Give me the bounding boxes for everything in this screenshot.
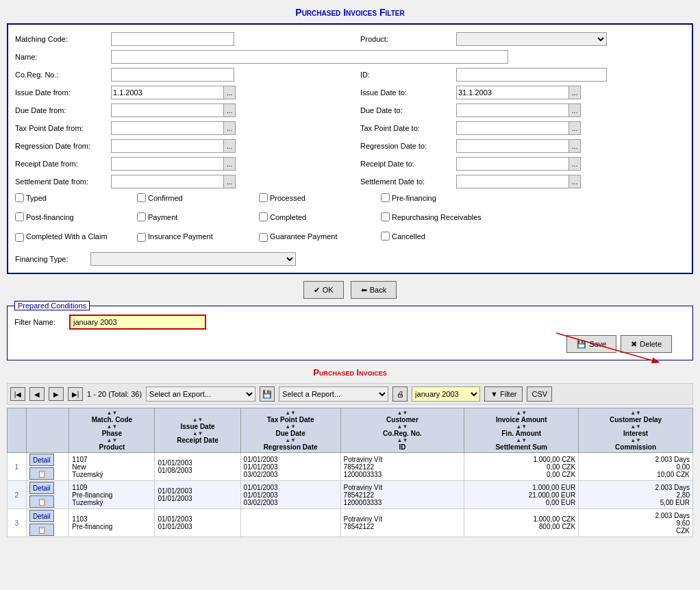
regression-to-btn[interactable]: ... <box>568 139 581 153</box>
regression-from-btn[interactable]: ... <box>223 139 236 153</box>
issue-date-from-btn[interactable]: ... <box>223 86 236 99</box>
confirmed-checkbox[interactable] <box>137 193 146 202</box>
tax-point-from-input[interactable] <box>111 121 224 135</box>
detail-button[interactable]: Detail <box>29 510 54 522</box>
guarantee-checkbox[interactable] <box>259 233 268 242</box>
next-page-btn[interactable]: ▶ <box>49 387 64 401</box>
filter-name-input[interactable] <box>69 315 206 330</box>
issue-date-to-btn[interactable]: ... <box>568 86 581 99</box>
coreg-input[interactable] <box>111 68 234 82</box>
payment-checkbox[interactable] <box>137 212 146 221</box>
matching-code-input[interactable] <box>111 32 234 46</box>
th-match-code-label: Match. Code <box>72 416 151 423</box>
settlement-from-btn[interactable]: ... <box>223 175 236 188</box>
th-taxpoint-label: Tax Point Date <box>244 416 338 423</box>
copy-button[interactable]: 📋 <box>29 495 54 508</box>
postfinancing-checkbox[interactable] <box>15 212 24 221</box>
due-date-to-label: Due Date to: <box>360 106 456 114</box>
coreg-val: 78542122 <box>344 523 462 530</box>
id-input[interactable] <box>456 68 607 82</box>
settlement-to-btn[interactable]: ... <box>568 175 581 188</box>
completed-checkbox[interactable] <box>259 212 268 221</box>
interest-val: 2,80 <box>582 491 690 499</box>
repurchasing-checkbox[interactable] <box>381 212 390 221</box>
filter-button[interactable]: ▼ Filter <box>484 386 523 402</box>
csv-button[interactable]: CSV <box>527 386 552 402</box>
back-button[interactable]: ⬅ Back <box>351 281 397 299</box>
sort-arrows-fin[interactable]: ▲▼ <box>467 423 575 430</box>
sort-arrows-cust-delay[interactable]: ▲▼ <box>582 410 690 416</box>
export-icon-btn[interactable]: 💾 <box>260 386 275 402</box>
receipt-to-btn[interactable]: ... <box>568 157 581 171</box>
due-date-to-btn[interactable]: ... <box>568 103 581 117</box>
detail-button[interactable]: Detail <box>29 482 54 494</box>
last-page-btn[interactable]: ▶| <box>68 387 83 401</box>
sort-arrows-issue[interactable]: ▲▼ <box>158 417 237 423</box>
sort-arrows-commission[interactable]: ▲▼ <box>582 437 690 443</box>
report-select[interactable]: Select a Report... <box>279 386 388 402</box>
guarantee-label: Guarantee Payment <box>270 232 337 241</box>
product-select[interactable] <box>456 32 607 46</box>
typed-checkbox[interactable] <box>15 193 24 202</box>
due-date-to-input[interactable] <box>456 103 569 117</box>
sort-arrows-regression[interactable]: ▲▼ <box>244 437 338 443</box>
cancelled-checkbox[interactable] <box>381 232 390 241</box>
sort-arrows-interest[interactable]: ▲▼ <box>582 423 690 430</box>
settlement-from-label: Settlement Date from: <box>15 177 111 186</box>
sort-arrows-phase[interactable]: ▲▼ <box>72 423 151 430</box>
customer-val: Potraviny Vít <box>344 484 462 491</box>
prefinancing-checkbox[interactable] <box>381 193 390 202</box>
tax-point-to-input[interactable] <box>456 121 569 135</box>
insurance-checkbox[interactable] <box>137 233 146 242</box>
delete-button[interactable]: ✖ Delete <box>621 335 672 353</box>
print-icon-btn[interactable]: 🖨 <box>392 386 408 402</box>
tax-point-from-btn[interactable]: ... <box>223 121 236 135</box>
completed-claim-checkbox[interactable] <box>15 233 24 242</box>
name-input[interactable] <box>111 50 508 64</box>
issue-date-to-input[interactable] <box>456 86 569 99</box>
prev-page-btn[interactable]: ◀ <box>29 387 45 401</box>
detail-button[interactable]: Detail <box>29 454 54 466</box>
sort-arrows-invoice[interactable]: ▲▼ <box>467 410 575 416</box>
issue-date-from-input[interactable] <box>111 86 224 99</box>
copy-button[interactable]: 📋 <box>29 524 54 536</box>
due-date-from-btn[interactable]: ... <box>223 103 236 117</box>
row-match-code: 1109 Pre-financing Tuzemský <box>69 481 155 509</box>
product-val: Tuzemský <box>72 499 151 506</box>
completed-claim-label: Completed With a Claim <box>26 232 108 241</box>
sort-arrows-coreg[interactable]: ▲▼ <box>344 423 462 430</box>
sort-arrows-match[interactable]: ▲▼ <box>72 410 151 416</box>
tax-point-to-btn[interactable]: ... <box>568 121 581 135</box>
due-date-from-input[interactable] <box>111 103 224 117</box>
regression-to-input[interactable] <box>456 139 569 153</box>
receipt-from-input[interactable] <box>111 157 224 171</box>
row-actions: Detail 📋 <box>26 481 69 509</box>
receipt-date-val: 01/08/2003 <box>158 467 237 474</box>
sort-arrows-settlement[interactable]: ▲▼ <box>467 437 575 443</box>
settlement-from-input[interactable] <box>111 175 224 188</box>
sort-arrows-customer[interactable]: ▲▼ <box>344 410 462 416</box>
row-tax-point <box>240 509 340 537</box>
sort-arrows-due[interactable]: ▲▼ <box>244 423 338 430</box>
ok-button[interactable]: ✔ OK <box>303 281 344 299</box>
sort-arrows-receipt[interactable]: ▲▼ <box>158 430 237 437</box>
processed-checkbox[interactable] <box>259 193 268 202</box>
sort-arrows-product[interactable]: ▲▼ <box>72 437 151 443</box>
save-button[interactable]: 💾 Save <box>566 335 616 353</box>
financing-type-select[interactable] <box>90 252 296 266</box>
sort-arrows-taxpoint[interactable]: ▲▼ <box>244 410 338 416</box>
settlement-to-input[interactable] <box>456 175 569 188</box>
receipt-from-btn[interactable]: ... <box>223 157 236 171</box>
table-row: 1 Detail 📋 1107 New Tuzemský 01/01/2003 … <box>8 453 693 481</box>
receipt-to-input[interactable] <box>456 157 569 171</box>
th-row-num <box>8 408 27 453</box>
export-select[interactable]: Select an Export... <box>146 386 255 402</box>
receipt-date-row: Receipt Date from: ... Receipt Date to: … <box>15 156 685 171</box>
first-page-btn[interactable]: |◀ <box>10 387 25 401</box>
date-filter-select[interactable]: january 2003 <box>412 386 480 402</box>
sort-arrows-id[interactable]: ▲▼ <box>344 437 462 443</box>
issue-date-val: 01/01/2003 <box>158 459 237 467</box>
regression-from-input[interactable] <box>111 139 224 153</box>
copy-button[interactable]: 📋 <box>29 467 54 480</box>
issue-date-to-label: Issue Date to: <box>360 88 456 97</box>
